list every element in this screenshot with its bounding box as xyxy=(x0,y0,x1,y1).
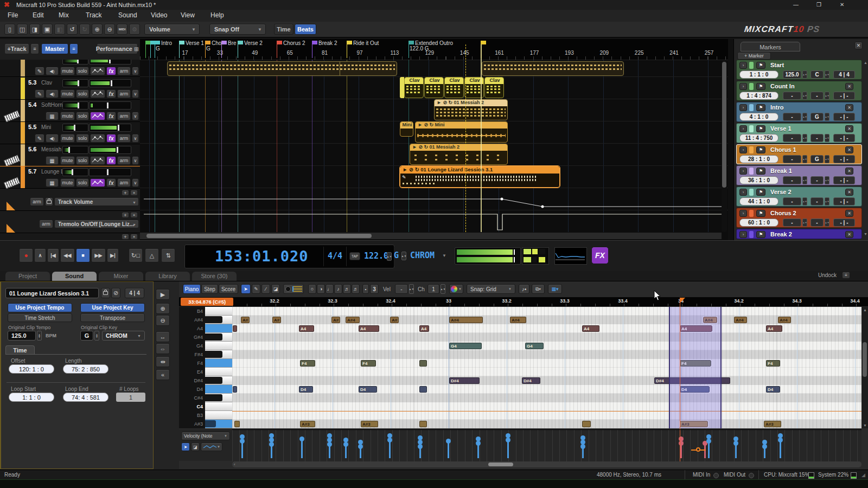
marker-key-stepper[interactable]: ▲▼ xyxy=(825,134,829,142)
import-icon[interactable]: ◨ xyxy=(29,24,40,35)
marker-tempo-field[interactable]: - xyxy=(783,134,801,142)
midi-note-small[interactable] xyxy=(419,421,427,427)
marker-tempo-stepper[interactable]: ▲▼ xyxy=(802,92,807,100)
fx-button[interactable]: fx xyxy=(106,178,116,187)
marker-delete-button[interactable]: ✕ xyxy=(845,125,853,132)
volume-handle[interactable] xyxy=(74,125,75,131)
velocity-ball[interactable] xyxy=(299,436,304,441)
marker-position-field[interactable]: 28 : 1 : 0 xyxy=(739,155,778,163)
num-loops-field[interactable]: 1 xyxy=(116,393,145,402)
master-menu-icon[interactable]: ≡ xyxy=(69,43,78,54)
solo-button[interactable]: solo xyxy=(76,112,89,120)
piano-keys-icon[interactable]: ▦ xyxy=(46,156,59,165)
marker-signature-field[interactable]: - | - xyxy=(833,134,855,142)
menu-sound[interactable]: Sound xyxy=(118,11,137,19)
transport-key-value[interactable]: G xyxy=(394,251,399,260)
midi-note-small[interactable] xyxy=(419,360,427,367)
lock-button[interactable] xyxy=(101,288,110,298)
note-color-wheel-button[interactable]: ▼ xyxy=(449,284,463,294)
add-layer-button[interactable]: ⧉▾ xyxy=(532,284,545,294)
stop-button[interactable]: ■ xyxy=(76,248,90,262)
marker-key-stepper[interactable]: ▲▼ xyxy=(825,113,829,121)
piano-key-B4[interactable] xyxy=(205,307,232,316)
marker-flag-icon[interactable]: ⚑ xyxy=(756,168,765,175)
loop-end-field[interactable]: 74: 4 : 581 xyxy=(63,393,108,402)
fx-button[interactable]: fx xyxy=(106,112,116,120)
remove-lane-button[interactable]: × xyxy=(130,212,138,218)
midi-note-A#4[interactable]: A#4 xyxy=(778,317,791,323)
velocity-ball[interactable] xyxy=(418,444,423,449)
marker-tempo-stepper[interactable]: ▲▼ xyxy=(802,113,807,121)
piano-roll-ruler[interactable]: 33:04.876 (C#5)32.232.332.43333.233.333.… xyxy=(179,297,868,306)
marker-flag-icon[interactable] xyxy=(409,41,414,44)
marker-key-field[interactable]: - xyxy=(810,134,824,142)
track-volume-slider[interactable] xyxy=(62,79,88,87)
marker-flag-icon[interactable]: ⚑ xyxy=(756,210,765,217)
transport-signature[interactable]: 4/4 xyxy=(328,251,342,261)
velocity-stepper[interactable]: ▲▼ xyxy=(409,284,414,294)
track-header[interactable]: ✎◀)mutesolofxarm∨ xyxy=(0,60,140,77)
tab-score[interactable]: Score xyxy=(219,284,238,294)
marker-signature-field[interactable]: - | - xyxy=(833,155,855,163)
marker-delete-button[interactable]: ✕ xyxy=(845,146,853,153)
volume-handle[interactable] xyxy=(72,169,73,175)
velocity-ball[interactable] xyxy=(778,438,783,442)
marker-row-chorus-1[interactable]: ›⚑Chorus 1✕28 : 1 : 0-▲▼G▲▼- | - xyxy=(736,144,862,164)
resize-grip-icon[interactable]: ◢ xyxy=(861,472,865,478)
marker-flag-icon[interactable]: ⚑ xyxy=(756,62,765,69)
mute-button[interactable]: mute xyxy=(60,67,75,75)
arm-button[interactable]: arm xyxy=(117,67,131,75)
transport-bpm[interactable]: 122.0 xyxy=(364,251,388,261)
marker-tempo-stepper[interactable]: ▲▼ xyxy=(802,219,807,227)
menu-video[interactable]: Video xyxy=(151,11,167,19)
erase-tool-button[interactable]: ◪ xyxy=(271,284,280,294)
marker-tempo-stepper[interactable]: ▲▼ xyxy=(802,176,807,184)
marker-expand-button[interactable]: › xyxy=(739,62,747,69)
key-stepper[interactable]: ▲▼ xyxy=(94,331,99,341)
marker-position-field[interactable]: 60 : 1 : 0 xyxy=(739,219,778,227)
marker-position-field[interactable]: 36 : 1 : 0 xyxy=(739,176,778,184)
midi-note-A#3[interactable]: A#3 xyxy=(361,421,378,427)
loop-start-field[interactable]: 1: 1 : 0 xyxy=(9,393,54,402)
midi-note-G4[interactable]: G4 xyxy=(449,343,482,349)
fit-project-icon[interactable]: ⇹ xyxy=(156,356,170,367)
menu-track[interactable]: Track xyxy=(86,11,102,19)
menu-view[interactable]: View xyxy=(181,11,195,19)
horizontal-scrollbar-thumb[interactable] xyxy=(146,234,372,238)
midi-note-F4[interactable]: F4 xyxy=(300,360,315,367)
marker-row-count-in[interactable]: ›⚑Count In✕1 : 4 : 874-▲▼-▲▼- | - xyxy=(736,81,862,101)
rewind-button[interactable]: ◀◀ xyxy=(60,248,75,262)
marker-color-chip[interactable] xyxy=(749,83,754,90)
marker-expand-button[interactable]: › xyxy=(739,125,747,132)
editor-h-scroll-left-icon[interactable]: ‹ xyxy=(234,462,235,467)
piano-key-G#4[interactable] xyxy=(205,333,232,342)
save-icon[interactable]: ▣ xyxy=(42,24,53,35)
marker-color-chip[interactable] xyxy=(749,189,754,196)
midi-note-A4[interactable]: A4 xyxy=(299,325,314,332)
mute-button[interactable]: mute xyxy=(60,178,75,187)
grid-scroll-down-icon[interactable]: ▼ xyxy=(863,423,867,427)
zoom-out-icon[interactable]: ⊖ xyxy=(104,24,115,35)
select-tool-button[interactable]: ➤ xyxy=(241,284,251,294)
marker-row-break-2[interactable]: ›⚑Break 2✕ xyxy=(736,229,862,239)
mute-button[interactable]: mute xyxy=(60,89,75,98)
tempo-stepper[interactable]: ▲▼ xyxy=(37,331,42,341)
tab-sound[interactable]: Sound xyxy=(52,272,97,281)
h-zoom-in-icon[interactable]: ↔ xyxy=(156,331,170,342)
marker-key-field[interactable]: - xyxy=(810,176,824,184)
midi-note-small[interactable] xyxy=(234,421,240,427)
close-button[interactable]: ✕ xyxy=(840,2,844,8)
piano-keys-icon[interactable]: ▦ xyxy=(46,178,59,187)
velocity-select-tool[interactable]: ➤ xyxy=(181,442,190,451)
velocity-ball[interactable] xyxy=(733,441,738,446)
marker-row-chorus-2[interactable]: ›⚑Chorus 2✕60 : 1 : 0-▲▼-▲▼- | - xyxy=(736,208,862,228)
midi-note-A#4[interactable]: A#4 xyxy=(346,317,360,323)
velocity-drag-handle[interactable] xyxy=(696,447,700,452)
marker-key-field[interactable]: C xyxy=(810,70,824,79)
automation-envelope-button[interactable] xyxy=(90,67,105,75)
editor-play-button[interactable]: ▶ xyxy=(156,289,170,300)
tab-piano[interactable]: Piano xyxy=(183,284,201,294)
marker-key-stepper[interactable]: ▲▼ xyxy=(825,176,829,184)
marker-signature-field[interactable]: - | - xyxy=(833,197,855,206)
marker-flag-icon[interactable] xyxy=(277,41,282,44)
